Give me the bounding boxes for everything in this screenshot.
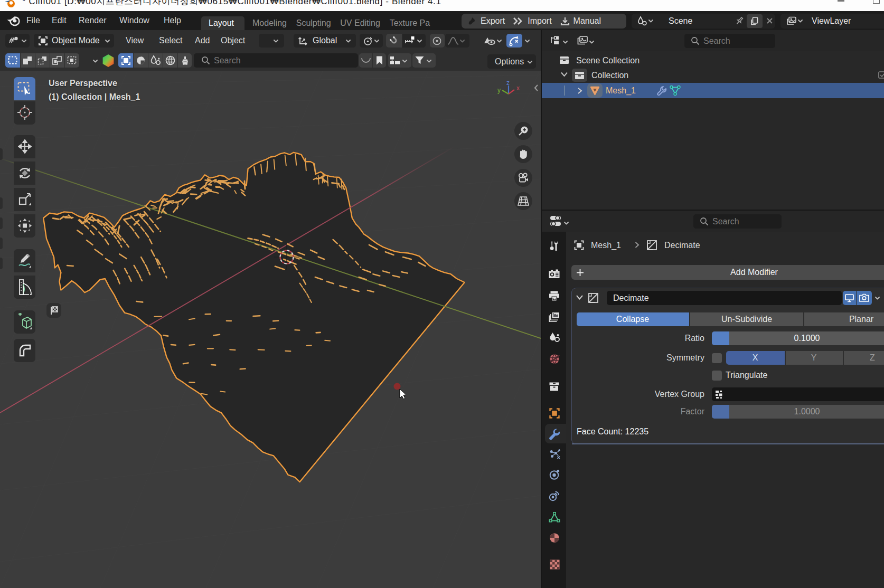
svg-text:z: z <box>506 79 510 87</box>
svg-text:y: y <box>497 87 501 94</box>
svg-text:x: x <box>516 84 520 92</box>
